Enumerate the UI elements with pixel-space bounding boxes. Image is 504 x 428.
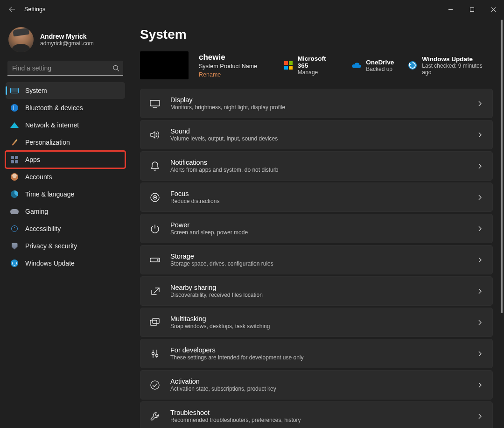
setting-card-display[interactable]: DisplayMonitors, brightness, night light… [140, 89, 493, 118]
sidebar-item-accessibility[interactable]: Accessibility [6, 220, 125, 237]
sidebar: Andrew Myrick admyrick@gmail.com SystemB… [0, 19, 131, 428]
close-button[interactable] [483, 0, 504, 19]
sidebar-item-bluetooth-devices[interactable]: Bluetooth & devices [6, 99, 125, 116]
profile-name: Andrew Myrick [40, 33, 94, 40]
sidebar-item-label: Accounts [25, 173, 52, 181]
sidebar-item-apps[interactable]: Apps [6, 151, 125, 168]
sidebar-item-label: Windows Update [25, 260, 75, 267]
card-subtitle: Screen and sleep, power mode [170, 229, 476, 236]
card-subtitle: Monitors, brightness, night light, displ… [170, 104, 476, 111]
setting-card-sound[interactable]: SoundVolume levels, output, input, sound… [140, 120, 493, 149]
sidebar-item-label: Privacy & security [25, 242, 77, 250]
chevron-right-icon [476, 351, 483, 357]
status-onedrive[interactable]: OneDrive Backed up [352, 55, 394, 76]
card-title: Activation [170, 378, 476, 385]
nav: SystemBluetooth & devicesNetwork & inter… [6, 82, 125, 272]
sidebar-item-label: Gaming [25, 208, 48, 215]
status-sub: Last checked: 9 minutes ago [422, 63, 493, 76]
status-title: Windows Update [422, 56, 493, 63]
search-wrap [7, 61, 123, 76]
sidebar-item-label: Time & language [25, 190, 74, 198]
minimize-button[interactable] [440, 0, 461, 19]
rename-link[interactable]: Rename [199, 71, 221, 78]
sidebar-item-personalization[interactable]: Personalization [6, 134, 125, 151]
upd-icon [10, 259, 19, 267]
sidebar-item-label: System [25, 87, 47, 94]
device-summary: chewie System Product Name Rename [140, 51, 493, 79]
card-subtitle: Storage space, drives, configuration rul… [170, 260, 476, 267]
apps-icon [10, 155, 19, 164]
wrench-icon [150, 411, 160, 421]
sidebar-item-label: Network & internet [25, 121, 79, 129]
status-title: OneDrive [366, 59, 394, 66]
profile-block[interactable]: Andrew Myrick admyrick@gmail.com [6, 23, 125, 61]
sidebar-item-label: Accessibility [25, 225, 61, 232]
chevron-right-icon [476, 100, 483, 107]
titlebar: Settings [0, 0, 504, 19]
sidebar-item-accounts[interactable]: Accounts [6, 168, 125, 185]
card-subtitle: Discoverability, received files location [170, 292, 476, 298]
chevron-right-icon [476, 132, 483, 138]
setting-card-power[interactable]: PowerScreen and sleep, power mode [140, 214, 493, 243]
dev-icon [150, 349, 160, 359]
card-subtitle: Volume levels, output, input, sound devi… [170, 135, 476, 142]
card-subtitle: Reduce distractions [170, 198, 476, 204]
chevron-right-icon [476, 288, 483, 295]
bell-icon [150, 161, 160, 171]
acc-icon [10, 225, 19, 233]
card-title: Focus [170, 190, 476, 197]
svg-rect-14 [153, 318, 159, 323]
back-button[interactable] [7, 4, 18, 15]
svg-rect-5 [289, 66, 293, 70]
card-subtitle: Snap windows, desktops, task switching [170, 323, 476, 330]
pers-icon [10, 138, 19, 147]
windows-update-icon [408, 61, 417, 70]
device-name: chewie [199, 53, 273, 62]
card-title: Display [170, 96, 476, 104]
power-icon [150, 224, 160, 233]
setting-card-nearby-sharing[interactable]: Nearby sharingDiscoverability, received … [140, 276, 493, 306]
priv-icon [10, 242, 19, 250]
share-icon [150, 287, 160, 296]
sidebar-item-network-internet[interactable]: Network & internet [6, 117, 125, 133]
game-icon [10, 207, 19, 216]
sidebar-item-time-language[interactable]: Time & language [6, 186, 125, 203]
svg-rect-0 [470, 7, 474, 11]
settings-list: DisplayMonitors, brightness, night light… [140, 89, 493, 428]
setting-card-for-developers[interactable]: For developersThese settings are intende… [140, 339, 493, 368]
svg-point-1 [113, 65, 118, 70]
status-sub: Manage [298, 69, 338, 76]
acct-icon [10, 173, 19, 181]
scrollbar[interactable] [500, 20, 503, 427]
setting-card-multitasking[interactable]: MultitaskingSnap windows, desktops, task… [140, 308, 493, 337]
sidebar-item-gaming[interactable]: Gaming [6, 203, 125, 220]
setting-card-activation[interactable]: ActivationActivation state, subscription… [140, 370, 493, 400]
status-m365[interactable]: Microsoft 365 Manage [284, 55, 338, 76]
setting-card-troubleshoot[interactable]: TroubleshootRecommended troubleshooters,… [140, 401, 493, 428]
setting-card-storage[interactable]: StorageStorage space, drives, configurat… [140, 245, 493, 274]
system-icon [10, 86, 19, 95]
search-input[interactable] [7, 61, 123, 76]
setting-card-notifications[interactable]: NotificationsAlerts from apps and system… [140, 151, 493, 181]
sidebar-item-privacy-security[interactable]: Privacy & security [6, 238, 125, 254]
page-title: System [140, 27, 493, 42]
svg-point-16 [156, 354, 158, 357]
svg-rect-2 [284, 61, 288, 65]
sidebar-item-system[interactable]: System [6, 82, 125, 99]
card-subtitle: Recommended troubleshooters, preferences… [170, 417, 476, 423]
sidebar-item-label: Bluetooth & devices [25, 104, 83, 112]
card-title: Power [170, 221, 476, 229]
scrollbar-thumb[interactable] [501, 20, 503, 313]
svg-point-12 [157, 260, 158, 260]
status-windows-update[interactable]: Windows Update Last checked: 9 minutes a… [408, 55, 493, 76]
check-icon [150, 380, 160, 390]
focus-icon [150, 192, 160, 203]
chevron-right-icon [476, 382, 483, 388]
status-title: Microsoft 365 [298, 55, 338, 69]
card-title: For developers [170, 346, 476, 354]
setting-card-focus[interactable]: FocusReduce distractions [140, 182, 493, 212]
chevron-right-icon [476, 194, 483, 201]
card-title: Notifications [170, 159, 476, 166]
sidebar-item-windows-update[interactable]: Windows Update [6, 255, 125, 272]
maximize-button[interactable] [461, 0, 483, 19]
